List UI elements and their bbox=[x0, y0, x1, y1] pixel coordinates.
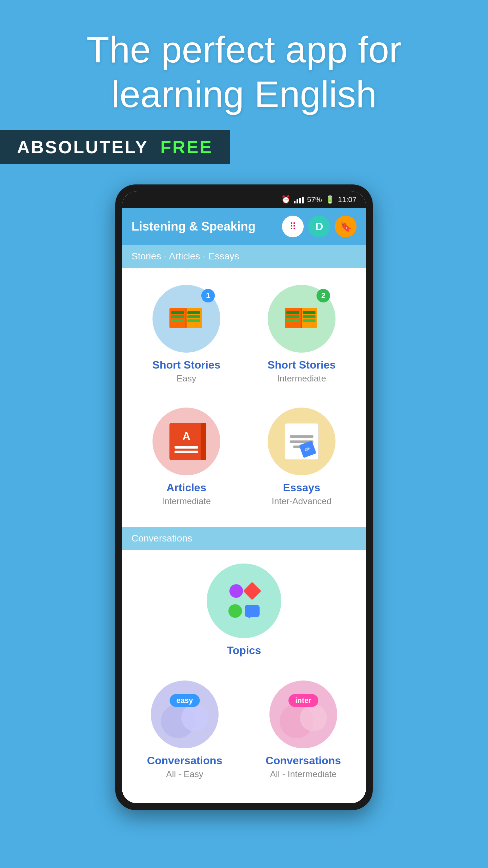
conv-easy-subtitle: All - Easy bbox=[166, 769, 203, 780]
absolutely-free-badge: ABSOLUTELY FREE bbox=[0, 130, 230, 164]
status-icons: ⏰ 57% 🔋 11:07 bbox=[281, 195, 357, 204]
battery-percent: 57% bbox=[307, 195, 322, 204]
inter-badge: inter bbox=[288, 694, 318, 707]
svg-rect-2 bbox=[171, 311, 184, 314]
svg-rect-16 bbox=[303, 319, 316, 322]
signal-bar-1 bbox=[294, 201, 296, 203]
conversations-section-label: Conversations bbox=[131, 533, 192, 544]
conv-easy-title: Conversations bbox=[147, 754, 222, 767]
header-icons: ⠿ D 🔖 bbox=[282, 216, 357, 237]
svg-rect-7 bbox=[187, 319, 200, 322]
hero-section: The perfect app for learning English bbox=[0, 0, 488, 130]
articles-icon: A bbox=[169, 423, 203, 460]
topics-circle bbox=[207, 564, 281, 638]
short-stories-easy-subtitle: Easy bbox=[177, 373, 196, 384]
badge-2: 2 bbox=[317, 289, 330, 302]
conversations-section-header: Conversations bbox=[122, 527, 366, 550]
conversations-intermediate[interactable]: inter Conversations All - Intermediate bbox=[247, 674, 359, 790]
topics-row: Topics bbox=[122, 550, 366, 674]
easy-badge: easy bbox=[170, 694, 200, 707]
book-svg-easy bbox=[168, 304, 205, 332]
conversations-inter-icon: inter bbox=[280, 691, 327, 738]
articles-item[interactable]: A Articles Intermediate bbox=[132, 401, 241, 517]
conversations-easy-icon: easy bbox=[161, 691, 208, 738]
conversations-section: Topics easy Conversations bbox=[122, 550, 366, 803]
diamond-shape bbox=[243, 582, 261, 600]
articles-subtitle: Intermediate bbox=[162, 496, 211, 507]
pencil-icon: ✏ bbox=[299, 440, 316, 458]
status-bar: ⏰ 57% 🔋 11:07 bbox=[122, 191, 366, 208]
stories-grid-area: 1 Short Stories Easy bbox=[122, 268, 366, 527]
stories-section-header: Stories - Articles - Essays bbox=[122, 245, 366, 268]
alarm-icon: ⏰ bbox=[281, 195, 290, 204]
svg-rect-11 bbox=[286, 311, 299, 314]
bookmark-icon: 🔖 bbox=[340, 221, 352, 232]
essays-subtitle: Inter-Advanced bbox=[272, 496, 331, 507]
conversations-easy[interactable]: easy Conversations All - Easy bbox=[129, 674, 241, 790]
short-stories-inter-circle: 2 bbox=[268, 285, 336, 353]
phone-mockup: ⏰ 57% 🔋 11:07 Listening & Speaking ⠿ bbox=[115, 184, 373, 810]
app-header: Listening & Speaking ⠿ D 🔖 bbox=[122, 208, 366, 245]
essays-item[interactable]: ✏ Essays Inter-Advanced bbox=[247, 401, 356, 517]
book-icon-inter bbox=[283, 304, 320, 333]
free-text: FREE bbox=[160, 137, 213, 157]
speech-bubble-icon bbox=[245, 605, 260, 617]
absolutely-text: ABSOLUTELY bbox=[17, 137, 148, 157]
phone-screen: ⏰ 57% 🔋 11:07 Listening & Speaking ⠿ bbox=[122, 191, 366, 803]
d-icon: D bbox=[315, 220, 323, 233]
stories-section-label: Stories - Articles - Essays bbox=[131, 251, 239, 261]
svg-rect-15 bbox=[303, 315, 316, 318]
short-stories-intermediate[interactable]: 2 Short Stories Intermediate bbox=[247, 278, 356, 394]
conversations-inter-circle: inter bbox=[269, 680, 337, 748]
signal-bar-2 bbox=[297, 199, 298, 203]
green-dot bbox=[228, 604, 242, 618]
svg-rect-6 bbox=[187, 315, 200, 318]
conv-inter-subtitle: All - Intermediate bbox=[270, 769, 337, 780]
dots-button[interactable]: ⠿ bbox=[282, 216, 304, 237]
book-svg-inter bbox=[283, 304, 320, 332]
badge-1: 1 bbox=[201, 289, 215, 302]
short-stories-inter-subtitle: Intermediate bbox=[277, 373, 326, 384]
essays-circle: ✏ bbox=[268, 408, 336, 475]
signal-bars bbox=[294, 196, 304, 203]
battery-icon: 🔋 bbox=[325, 195, 334, 204]
svg-rect-3 bbox=[171, 315, 184, 318]
signal-bar-3 bbox=[299, 198, 301, 203]
short-stories-easy[interactable]: 1 Short Stories Easy bbox=[132, 278, 241, 394]
svg-rect-12 bbox=[286, 315, 299, 318]
conv-inter-title: Conversations bbox=[266, 754, 341, 767]
svg-rect-14 bbox=[303, 311, 316, 314]
essays-title: Essays bbox=[283, 481, 320, 494]
app-header-title: Listening & Speaking bbox=[131, 219, 256, 234]
purple-dot bbox=[229, 584, 243, 598]
dots-icon: ⠿ bbox=[289, 221, 297, 232]
conversations-grid: easy Conversations All - Easy inter bbox=[122, 674, 366, 790]
conversations-easy-circle: easy bbox=[151, 680, 219, 748]
essays-icon: ✏ bbox=[285, 423, 319, 460]
short-stories-inter-title: Short Stories bbox=[268, 359, 336, 371]
d-button[interactable]: D bbox=[308, 216, 330, 237]
bookmark-button[interactable]: 🔖 bbox=[335, 216, 357, 237]
topics-title: Topics bbox=[227, 644, 261, 657]
hero-title: The perfect app for learning English bbox=[20, 27, 468, 117]
svg-rect-4 bbox=[171, 319, 184, 322]
book-icon-easy bbox=[168, 304, 205, 333]
badge-section: ABSOLUTELY FREE bbox=[0, 130, 488, 184]
topics-icon bbox=[222, 579, 266, 623]
articles-title: Articles bbox=[166, 481, 206, 494]
short-stories-easy-title: Short Stories bbox=[152, 359, 221, 371]
short-stories-easy-circle: 1 bbox=[152, 285, 220, 353]
signal-bar-4 bbox=[302, 197, 304, 203]
svg-rect-5 bbox=[187, 311, 200, 314]
stories-grid: 1 Short Stories Easy bbox=[129, 278, 359, 517]
topics-item[interactable]: Topics bbox=[203, 557, 285, 667]
svg-rect-13 bbox=[286, 319, 299, 322]
articles-circle: A bbox=[152, 408, 220, 475]
time-display: 11:07 bbox=[338, 195, 357, 204]
